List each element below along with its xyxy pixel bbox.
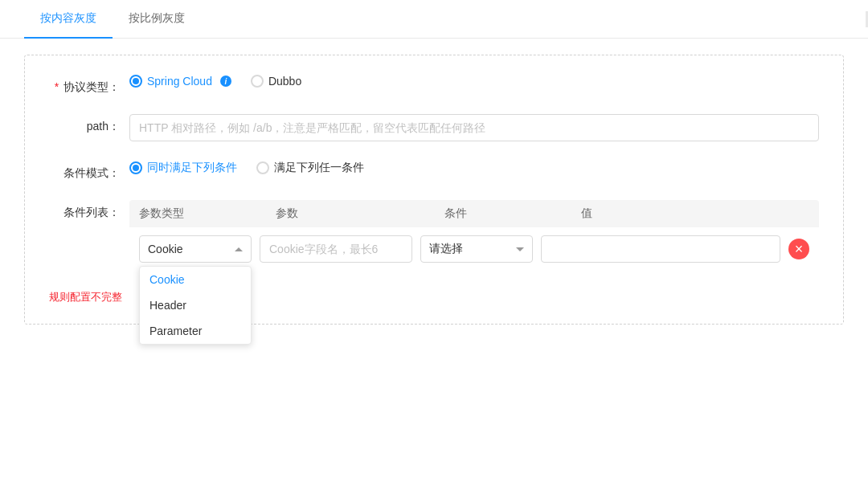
tabs-bar: 按内容灰度 按比例灰度 bbox=[0, 0, 868, 39]
radio-dubbo-label: Dubbo bbox=[268, 75, 301, 88]
radio-spring-cloud[interactable]: Spring Cloud i bbox=[129, 75, 231, 88]
form-container: * 协议类型： Spring Cloud i Dubbo bbox=[24, 55, 844, 325]
condition-list-control: 参数类型 参数 条件 值 Cookie bbox=[129, 200, 819, 271]
radio-spring-cloud-label: Spring Cloud bbox=[147, 75, 212, 88]
protocol-label: * 协议类型： bbox=[49, 75, 129, 95]
dropdown-item-cookie[interactable]: Cookie bbox=[140, 267, 251, 292]
condition-select[interactable]: 请选择 bbox=[420, 235, 533, 263]
param-type-dropdown: Cookie Header Parameter bbox=[139, 266, 252, 345]
param-type-select[interactable]: Cookie bbox=[139, 235, 252, 263]
value-input[interactable] bbox=[541, 235, 780, 263]
th-param: 参数 bbox=[276, 206, 436, 221]
radio-dubbo[interactable]: Dubbo bbox=[251, 75, 301, 88]
condition-mode-radio-group: 同时满足下列条件 满足下列任一条件 bbox=[129, 161, 364, 175]
path-control bbox=[129, 114, 819, 141]
protocol-control: Spring Cloud i Dubbo bbox=[129, 75, 819, 88]
protocol-radio-group: Spring Cloud i Dubbo bbox=[129, 75, 301, 88]
protocol-type-row: * 协议类型： Spring Cloud i Dubbo bbox=[49, 75, 819, 95]
path-input[interactable] bbox=[129, 114, 819, 141]
condition-mode-label: 条件模式： bbox=[49, 161, 129, 181]
th-param-type: 参数类型 bbox=[139, 206, 268, 221]
condition-placeholder: 请选择 bbox=[429, 242, 463, 256]
table-header: 参数类型 参数 条件 值 bbox=[129, 200, 819, 227]
condition-chevron-down bbox=[516, 247, 524, 251]
radio-all-label: 同时满足下列条件 bbox=[147, 161, 237, 175]
page-container: 按内容灰度 按比例灰度 * 协议类型： Spring Cloud i bbox=[0, 0, 868, 490]
table-row: Cookie Cookie Header Parameter bbox=[129, 227, 819, 271]
radio-all-conditions[interactable]: 同时满足下列条件 bbox=[129, 161, 237, 175]
condition-mode-control: 同时满足下列条件 满足下列任一条件 bbox=[129, 161, 819, 175]
radio-dubbo-circle bbox=[251, 75, 264, 88]
condition-list-row: 条件列表： 参数类型 参数 条件 值 bbox=[49, 200, 819, 271]
main-content: * 协议类型： Spring Cloud i Dubbo bbox=[0, 39, 868, 490]
spring-cloud-info-icon[interactable]: i bbox=[220, 76, 231, 87]
param-type-select-wrapper: Cookie Cookie Header Parameter bbox=[139, 235, 252, 263]
delete-row-button[interactable] bbox=[788, 239, 809, 259]
path-row: path： bbox=[49, 114, 819, 141]
radio-any-circle bbox=[256, 161, 269, 174]
tab-ratio-gray[interactable]: 按比例灰度 bbox=[113, 0, 201, 39]
th-value: 值 bbox=[581, 206, 809, 221]
path-label: path： bbox=[49, 114, 129, 134]
required-star: * bbox=[55, 80, 59, 93]
param-input[interactable] bbox=[260, 235, 412, 263]
condition-table: 参数类型 参数 条件 值 Cookie bbox=[129, 200, 819, 271]
radio-spring-cloud-circle bbox=[129, 75, 142, 88]
radio-all-circle bbox=[129, 161, 142, 174]
dropdown-item-parameter[interactable]: Parameter bbox=[140, 318, 251, 344]
th-condition: 条件 bbox=[444, 206, 573, 221]
condition-list-label: 条件列表： bbox=[49, 200, 129, 220]
param-type-chevron-up bbox=[235, 247, 243, 251]
param-type-value: Cookie bbox=[148, 243, 183, 255]
tab-content-gray[interactable]: 按内容灰度 bbox=[24, 0, 113, 39]
dropdown-item-header[interactable]: Header bbox=[140, 292, 251, 318]
radio-any-condition[interactable]: 满足下列任一条件 bbox=[256, 161, 364, 175]
radio-any-label: 满足下列任一条件 bbox=[274, 161, 364, 175]
condition-mode-row: 条件模式： 同时满足下列条件 满足下列任一条件 bbox=[49, 161, 819, 181]
